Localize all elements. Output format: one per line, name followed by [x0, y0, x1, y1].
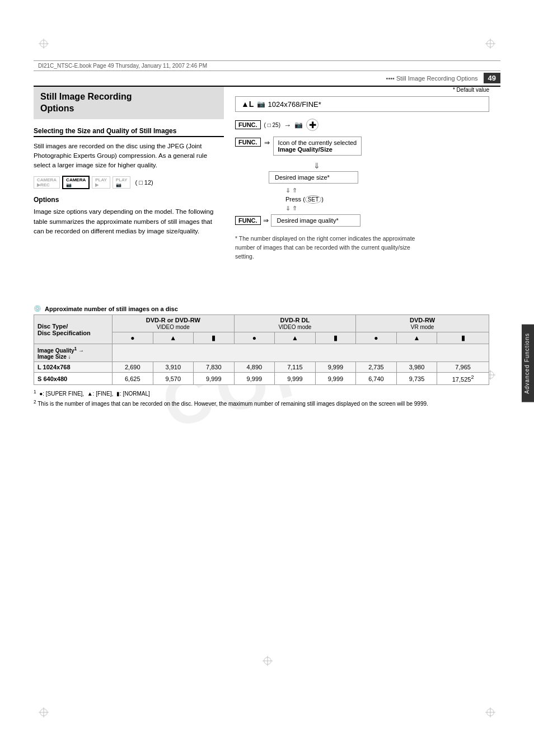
- col-n-3: ▮: [437, 332, 489, 344]
- cell-s-sf-2: 9,999: [234, 373, 275, 385]
- content-area: Still Image RecordingOptions Selecting t…: [34, 87, 489, 261]
- col-quality-label: Image Quality1 →Image Size ↓: [34, 344, 113, 362]
- badge-ref: ( □ 12): [135, 179, 153, 186]
- file-info-text: DI21C_NTSC-E.book Page 49 Thursday, Janu…: [38, 63, 207, 69]
- col-f-1: ▲: [153, 332, 194, 344]
- table-title: Approximate number of still images on a …: [45, 306, 178, 312]
- size-label-l: ▲L: [241, 100, 254, 109]
- cell-s-f-2: 9,999: [275, 373, 316, 385]
- disc-icon: 💿: [34, 305, 41, 312]
- camera-icon: 📷: [257, 100, 265, 108]
- reg-mark-bm: [262, 655, 273, 666]
- desired-size-area: Desired image size*: [269, 171, 489, 185]
- col-n-2: ▮: [315, 332, 356, 344]
- func-desc-box: Icon of the currently selected Image Qua…: [273, 137, 362, 156]
- func-arrow-label: FUNC.: [235, 138, 261, 147]
- func-arrow: →: [284, 121, 291, 129]
- col-f-2: ▲: [275, 332, 316, 344]
- body-text-1: Still images are recorded on the disc us…: [34, 142, 224, 171]
- icon-of-selected-text: Icon of the currently selected: [278, 139, 357, 146]
- cell-s-f-1: 9,570: [153, 373, 194, 385]
- func-arrow-right: ⇒: [264, 139, 270, 147]
- func-label: FUNC.: [235, 120, 261, 129]
- table-row-s: S 640x480 6,625 9,570 9,999 9,999 9,999 …: [34, 373, 489, 385]
- cell-l-sf-2: 4,890: [234, 362, 275, 373]
- table-section: 💿 Approximate number of still images on …: [34, 305, 489, 409]
- image-quality-size-text: Image Quality/Size: [278, 146, 332, 153]
- badge-camera-still: CAMERA📷: [62, 176, 90, 189]
- table-quality-label-row: Image Quality1 →Image Size ↓: [34, 344, 489, 362]
- desired-image-quality-box: Desired image quality*: [271, 214, 360, 227]
- cell-s-n-1: 9,999: [194, 373, 235, 385]
- cell-l-f-2: 7,115: [275, 362, 316, 373]
- cell-l-sf-3: 2,735: [356, 362, 397, 373]
- func-ref: ( □ 25): [264, 122, 280, 128]
- badge-camera-rec: CAMERA▶REC: [34, 176, 60, 189]
- cell-s-sf-3: 6,740: [356, 373, 397, 385]
- cell-l-f-1: 3,910: [153, 362, 194, 373]
- table-title-row: 💿 Approximate number of still images on …: [34, 305, 489, 312]
- cell-s-f-3: 9,735: [396, 373, 437, 385]
- col-f-3: ▲: [396, 332, 437, 344]
- arrow-down-1: ⇓: [313, 161, 489, 170]
- cell-l-sf-1: 2,690: [113, 362, 153, 373]
- header-text: •••• Still Image Recording Options: [386, 75, 478, 82]
- file-info-bar: DI21C_NTSC-E.book Page 49 Thursday, Janu…: [34, 60, 500, 71]
- page-number: 49: [484, 73, 500, 83]
- col-disc-type: Disc Type/Disc Specification: [34, 315, 113, 344]
- func-desc-area: FUNC. ⇒ Icon of the currently selected I…: [235, 137, 489, 159]
- reg-mark-bl: [38, 707, 49, 718]
- table-header-row-1: Disc Type/Disc Specification DVD-R or DV…: [34, 315, 489, 332]
- cell-s-sf-1: 6,625: [113, 373, 153, 385]
- col-dvdr-dl-header: DVD-R DLVIDEO mode: [234, 315, 356, 332]
- arrow-down-2: ⇓ ⇑: [285, 205, 489, 212]
- left-column: Still Image RecordingOptions Selecting t…: [34, 87, 224, 261]
- mode-badges: CAMERA▶REC CAMERA📷 PLAY▶ PLAY📷 ( □ 12): [34, 176, 224, 189]
- col-quality-span: [113, 344, 489, 362]
- options-title: Options: [34, 196, 224, 204]
- table-footnotes: 1 ●: [SUPER FINE], ▲: [FINE], ▮: [NORMAL…: [34, 388, 489, 409]
- func-quality-row: FUNC. ⇒ Desired image quality*: [235, 214, 489, 227]
- right-column: * Default value ▲L 📷 1024x768/FINE* FUNC…: [235, 87, 489, 261]
- col-dvdr-header: DVD-R or DVD-RWVIDEO mode: [113, 315, 235, 332]
- table-footnote-2: 2 This is the number of images that can …: [34, 398, 489, 408]
- table-row-l: L 1024x768 2,690 3,910 7,830 4,890 7,115…: [34, 362, 489, 373]
- cell-l-n-3: 7,965: [437, 362, 489, 373]
- camera-icon-2: 📷: [294, 121, 303, 129]
- cell-l-label: L 1024x768: [34, 362, 113, 373]
- reg-mark-br: [485, 707, 496, 718]
- cell-l-f-3: 3,980: [396, 362, 437, 373]
- func-section: FUNC. ( □ 25) → 📷 ✚: [235, 119, 489, 131]
- still-images-table: Disc Type/Disc Specification DVD-R or DV…: [34, 314, 489, 385]
- default-note: * Default value: [235, 87, 489, 93]
- badge-play-rec: PLAY▶: [92, 176, 110, 189]
- reg-mark-tl: [38, 38, 49, 49]
- image-size-box: ▲L 📷 1024x768/FINE*: [235, 96, 489, 112]
- options-text: Image size options vary depending on the…: [34, 207, 224, 236]
- nav-circle: ✚: [306, 119, 318, 131]
- desired-image-size-box: Desired image size*: [269, 171, 358, 184]
- cell-s-label: S 640x480: [34, 373, 113, 385]
- cell-l-n-1: 7,830: [194, 362, 235, 373]
- cell-s-n-3: 17,5252: [437, 373, 489, 385]
- footnote-right: * The number displayed on the right corn…: [235, 234, 425, 261]
- table-footnote-1: 1 ●: [SUPER FINE], ▲: [FINE], ▮: [NORMAL…: [34, 388, 489, 398]
- page-header: •••• Still Image Recording Options 49: [34, 73, 500, 87]
- set-button-symbol: SET: [305, 195, 321, 204]
- col-sf-2: ●: [234, 332, 275, 344]
- nav-arrows-1: ⇓ ⇑: [285, 187, 489, 194]
- func-quality-arrow: ⇒: [263, 217, 269, 224]
- col-sf-3: ●: [356, 332, 397, 344]
- section-title: Still Image RecordingOptions: [34, 87, 224, 119]
- col-sf-1: ●: [113, 332, 153, 344]
- cell-s-n-2: 9,999: [315, 373, 356, 385]
- func-row-1: FUNC. ( □ 25) → 📷 ✚: [235, 119, 489, 131]
- col-dvdrw-header: DVD-RWVR mode: [356, 315, 489, 332]
- size-value: 1024x768/FINE*: [268, 100, 321, 109]
- press-set-text: Press (SET): [285, 195, 489, 204]
- func-label-quality: FUNC.: [235, 216, 261, 225]
- subsection-title: Selecting the Size and Quality of Still …: [34, 127, 224, 137]
- side-tab: Advanced Functions: [522, 325, 534, 402]
- col-n-1: ▮: [194, 332, 235, 344]
- reg-mark-tr: [485, 38, 496, 49]
